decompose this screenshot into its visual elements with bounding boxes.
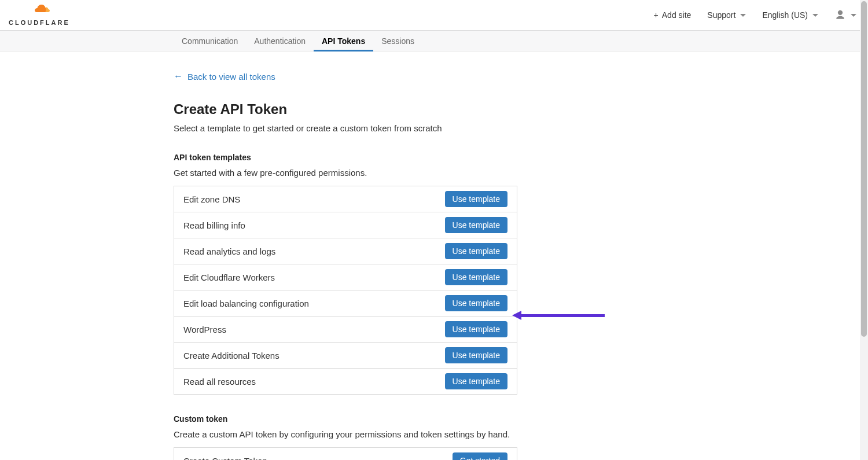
page-subtitle: Select a template to get started or crea… [174,123,868,133]
cloudflare-logo[interactable]: CLOUDFLARE [9,4,70,26]
custom-token-name: Create Custom Token [183,456,267,461]
template-name: Edit zone DNS [183,194,240,204]
template-name: Create Additional Tokens [183,351,279,360]
use-template-button[interactable]: Use template [445,243,507,259]
use-template-button[interactable]: Use template [445,191,507,207]
annotation-arrow [512,312,605,319]
tab-communication[interactable]: Communication [174,31,246,51]
cloud-icon [28,4,51,17]
section-title: API token templates [174,153,868,162]
avatar-icon [834,9,846,21]
templates-section: API token templates Get started with a f… [174,153,868,395]
template-row-read-analytics: Read analytics and logs Use template [174,238,517,264]
template-row-read-billing: Read billing info Use template [174,212,517,238]
support-dropdown[interactable]: Support [707,10,746,20]
language-label: English (US) [762,10,808,20]
tab-authentication[interactable]: Authentication [246,31,314,51]
template-row-edit-zone-dns: Edit zone DNS Use template [174,186,517,212]
template-row-edit-load-balancing: Edit load balancing configuration Use te… [174,290,517,317]
custom-token-list: Create Custom Token Get started [174,447,517,460]
header-right: + Add site Support English (US) [654,9,856,21]
arrow-left-icon [512,311,521,320]
language-dropdown[interactable]: English (US) [762,10,818,20]
tab-label: Sessions [381,36,414,46]
add-site-label: Add site [662,10,692,20]
tab-sessions[interactable]: Sessions [373,31,422,51]
add-site-button[interactable]: + Add site [654,10,692,20]
template-name: Read all resources [183,377,256,387]
use-template-button[interactable]: Use template [445,269,507,285]
global-header: CLOUDFLARE + Add site Support English (U… [0,0,868,31]
use-template-button[interactable]: Use template [445,373,507,389]
section-desc: Get started with a few pre-configured pe… [174,168,868,178]
arrow-line [519,314,605,317]
tab-label: Authentication [254,36,306,46]
use-template-button[interactable]: Use template [445,347,507,363]
template-name: Edit Cloudflare Workers [183,273,275,282]
template-row-wordpress: WordPress Use template [174,317,517,343]
template-row-edit-workers: Edit Cloudflare Workers Use template [174,264,517,290]
chevron-down-icon [812,14,818,17]
account-dropdown[interactable] [834,9,856,21]
template-row-create-additional-tokens: Create Additional Tokens Use template [174,343,517,369]
section-desc: Create a custom API token by configuring… [174,429,517,439]
template-name: Read billing info [183,220,245,230]
chevron-down-icon [740,14,746,17]
tab-bar: Communication Authentication API Tokens … [0,31,868,51]
arrow-left-icon: ← [174,71,183,82]
tab-api-tokens[interactable]: API Tokens [314,31,373,51]
back-link[interactable]: ← Back to view all tokens [174,71,275,82]
custom-token-section: Custom token Create a custom API token b… [174,414,517,460]
template-name: Edit load balancing configuration [183,299,309,308]
use-template-button[interactable]: Use template [445,217,507,233]
template-name: WordPress [183,325,226,334]
tab-label: API Tokens [322,36,365,46]
back-link-label: Back to view all tokens [187,72,275,82]
template-row-read-all-resources: Read all resources Use template [174,369,517,394]
scrollbar-thumb[interactable] [861,1,867,337]
use-template-button[interactable]: Use template [445,295,507,311]
scrollbar-track[interactable] [860,0,868,460]
support-label: Support [707,10,735,20]
chevron-down-icon [851,14,856,17]
tab-label: Communication [182,36,238,46]
brand-text: CLOUDFLARE [9,19,70,26]
get-started-button[interactable]: Get started [453,452,507,460]
main-content: ← Back to view all tokens Create API Tok… [0,51,868,460]
page-title: Create API Token [174,101,868,117]
template-list: Edit zone DNS Use template Read billing … [174,186,517,395]
plus-icon: + [654,10,659,20]
section-title: Custom token [174,414,517,424]
use-template-button[interactable]: Use template [445,321,507,337]
custom-token-row: Create Custom Token Get started [174,448,517,460]
template-name: Read analytics and logs [183,246,275,256]
